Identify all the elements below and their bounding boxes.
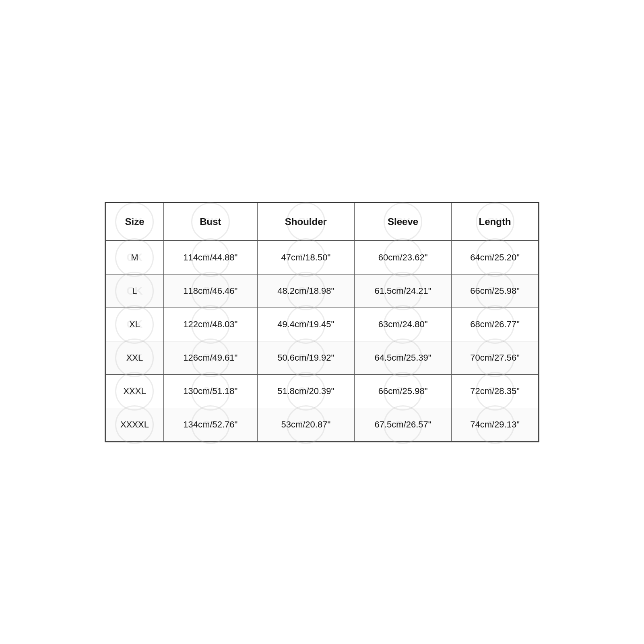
header-bust: Bust (163, 203, 257, 241)
cell-row1-col3: 61.5cm/24.21" (354, 274, 451, 308)
cell-row4-col2: 51.8cm/20.39" (257, 374, 354, 408)
cell-row0-col3: 60cm/23.62" (354, 241, 451, 275)
header-sleeve: Sleeve (354, 203, 451, 241)
size-chart-table: Size Bust Shoulder Sleeve Length M114cm/… (105, 203, 539, 442)
cell-row0-col1: 114cm/44.88" (163, 241, 257, 275)
table-body: M114cm/44.88"47cm/18.50"60cm/23.62"64cm/… (106, 241, 539, 442)
cell-row3-col1: 126cm/49.61" (163, 341, 257, 374)
cell-row5-col0: XXXXL (106, 408, 164, 441)
cell-row5-col4: 74cm/29.13" (452, 408, 539, 441)
cell-row2-col4: 68cm/26.77" (452, 308, 539, 341)
cell-row4-col4: 72cm/28.35" (452, 374, 539, 408)
cell-row1-col4: 66cm/25.98" (452, 274, 539, 308)
table-row: XXXXL134cm/52.76"53cm/20.87"67.5cm/26.57… (106, 408, 539, 441)
table-row: XL122cm/48.03"49.4cm/19.45"63cm/24.80"68… (106, 308, 539, 341)
cell-row1-col2: 48.2cm/18.98" (257, 274, 354, 308)
cell-row2-col0: XL (106, 308, 164, 341)
cell-row0-col2: 47cm/18.50" (257, 241, 354, 275)
cell-row0-col0: M (106, 241, 164, 275)
cell-row1-col1: 118cm/46.46" (163, 274, 257, 308)
cell-row4-col1: 130cm/51.18" (163, 374, 257, 408)
header-size: Size (106, 203, 164, 241)
cell-row3-col2: 50.6cm/19.92" (257, 341, 354, 374)
table-row: M114cm/44.88"47cm/18.50"60cm/23.62"64cm/… (106, 241, 539, 275)
cell-row5-col2: 53cm/20.87" (257, 408, 354, 441)
cell-row5-col3: 67.5cm/26.57" (354, 408, 451, 441)
size-chart-container: Size Bust Shoulder Sleeve Length M114cm/… (105, 202, 539, 442)
cell-row1-col0: L (106, 274, 164, 308)
cell-row4-col3: 66cm/25.98" (354, 374, 451, 408)
header-length: Length (452, 203, 539, 241)
table-header-row: Size Bust Shoulder Sleeve Length (106, 203, 539, 241)
cell-row5-col1: 134cm/52.76" (163, 408, 257, 441)
header-shoulder: Shoulder (257, 203, 354, 241)
cell-row2-col1: 122cm/48.03" (163, 308, 257, 341)
table-row: L118cm/46.46"48.2cm/18.98"61.5cm/24.21"6… (106, 274, 539, 308)
cell-row3-col0: XXL (106, 341, 164, 374)
cell-row3-col4: 70cm/27.56" (452, 341, 539, 374)
table-row: XXXL130cm/51.18"51.8cm/20.39"66cm/25.98"… (106, 374, 539, 408)
cell-row2-col2: 49.4cm/19.45" (257, 308, 354, 341)
cell-row3-col3: 64.5cm/25.39" (354, 341, 451, 374)
table-row: XXL126cm/49.61"50.6cm/19.92"64.5cm/25.39… (106, 341, 539, 374)
cell-row0-col4: 64cm/25.20" (452, 241, 539, 275)
cell-row2-col3: 63cm/24.80" (354, 308, 451, 341)
cell-row4-col0: XXXL (106, 374, 164, 408)
